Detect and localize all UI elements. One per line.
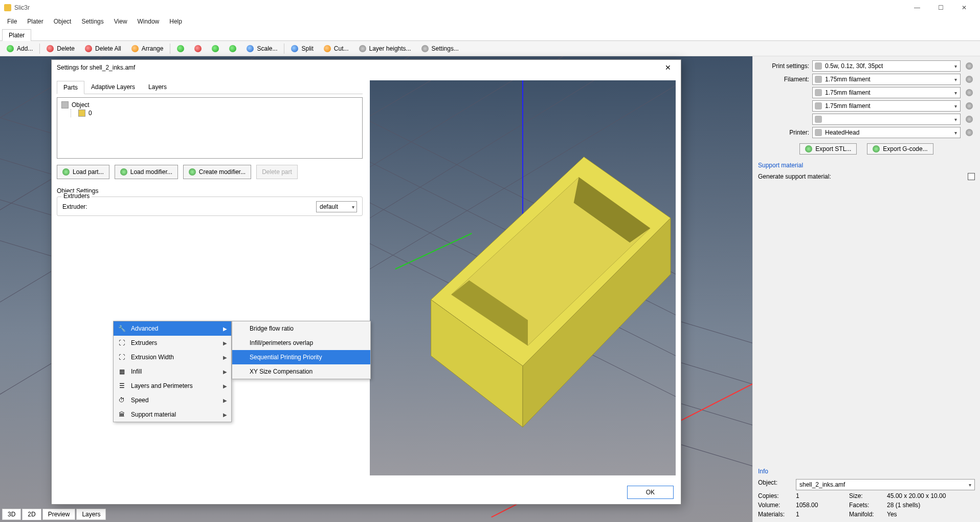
cube-icon	[61, 101, 69, 108]
parts-tree[interactable]: Object 0	[57, 97, 363, 159]
delete-part-button: Delete part	[256, 165, 298, 179]
ctx-layers-perimeters[interactable]: ☰Layers and Perimeters▶	[114, 379, 231, 393]
extruder-label: Extruder:	[62, 203, 311, 210]
ctx-infill-perimeters-overlap[interactable]: Infill/perimeters overlap	[232, 336, 370, 350]
tab-adaptive-layers[interactable]: Adaptive Layers	[84, 80, 142, 94]
menu-plater[interactable]: Plater	[22, 16, 48, 27]
filament-gear-1[interactable]	[964, 74, 975, 85]
menu-object[interactable]: Object	[49, 16, 77, 27]
manifold-value: Yes	[887, 511, 975, 518]
cut-button[interactable]: Cut...	[319, 43, 353, 54]
plus-icon	[189, 168, 196, 176]
settings-button[interactable]: Settings...	[417, 43, 463, 54]
create-modifier-button[interactable]: Create modifier...	[183, 165, 251, 179]
filament-gear-2[interactable]	[964, 87, 975, 98]
window-titlebar: Slic3r — ☐ ✕	[0, 0, 980, 15]
tab-plater[interactable]: Plater	[2, 29, 31, 41]
right-panel: Print settings: 0.5w, 0.1z, 30f, 35pct F…	[752, 56, 980, 522]
view-tab-3d[interactable]: 3D	[2, 509, 21, 520]
load-part-button[interactable]: Load part...	[57, 165, 109, 179]
zoom-in-button[interactable]	[172, 43, 189, 54]
separator	[170, 44, 170, 54]
close-button[interactable]: ✕	[952, 0, 976, 15]
facets-label: Facets:	[849, 502, 885, 509]
menu-file[interactable]: File	[2, 16, 22, 27]
view-tab-layers[interactable]: Layers	[76, 509, 106, 520]
minimize-button[interactable]: —	[905, 0, 929, 15]
load-modifier-button[interactable]: Load modifier...	[115, 165, 178, 179]
ctx-extrusion-width[interactable]: ⛶Extrusion Width▶	[114, 350, 231, 364]
printer-select[interactable]: HeatedHead	[812, 127, 961, 138]
layer-heights-button[interactable]: Layer heights...	[354, 43, 416, 54]
filament-gear-3[interactable]	[964, 100, 975, 112]
export-stl-button[interactable]: Export STL...	[799, 143, 857, 155]
rotate-cw-button[interactable]	[225, 43, 241, 54]
add-button[interactable]: Add...	[2, 43, 37, 54]
menu-settings[interactable]: Settings	[76, 16, 108, 27]
print-settings-gear[interactable]	[964, 60, 975, 72]
tab-layers[interactable]: Layers	[142, 80, 173, 94]
materials-value: 1	[796, 511, 847, 518]
volume-label: Volume:	[758, 502, 794, 509]
funnel-icon: ⛶	[118, 353, 126, 361]
filament-select-4[interactable]	[812, 114, 961, 125]
cube-icon	[78, 110, 85, 117]
zoom-out-icon	[194, 45, 202, 52]
tree-root[interactable]: Object	[61, 101, 358, 109]
print-settings-select[interactable]: 0.5w, 0.1z, 30f, 35pct	[812, 60, 961, 72]
view-tab-preview[interactable]: Preview	[42, 509, 76, 520]
rotate-ccw-button[interactable]	[207, 43, 224, 54]
ctx-advanced[interactable]: 🔧Advanced▶	[114, 321, 231, 336]
materials-label: Materials:	[758, 511, 794, 518]
filament-gear-4[interactable]	[964, 114, 975, 125]
dialog-close-button[interactable]: ✕	[660, 60, 676, 75]
toolbar: Add... Delete Delete All Arrange Scale..…	[0, 41, 980, 56]
view-tab-2d[interactable]: 2D	[22, 509, 41, 520]
split-button[interactable]: Split	[286, 43, 318, 54]
tab-parts[interactable]: Parts	[57, 81, 84, 94]
rotate-cw-icon	[229, 45, 236, 52]
ctx-bridge-flow-ratio[interactable]: Bridge flow ratio	[232, 321, 370, 336]
ctx-infill[interactable]: ▦Infill▶	[114, 364, 231, 379]
menu-window[interactable]: Window	[132, 16, 165, 27]
ctx-speed[interactable]: ⏱Speed▶	[114, 393, 231, 407]
dialog-3d-preview[interactable]	[370, 80, 676, 475]
printer-gear[interactable]	[964, 127, 975, 138]
filament-select-3[interactable]: 1.75mm filament	[812, 100, 961, 112]
cut-icon	[324, 45, 331, 52]
arrange-button[interactable]: Arrange	[127, 43, 168, 54]
filament-label: Filament:	[758, 76, 809, 83]
object-select[interactable]: shell_2_inks.amf	[796, 479, 975, 490]
rotate-ccw-icon	[212, 45, 219, 52]
filament-select-2[interactable]: 1.75mm filament	[812, 87, 961, 98]
menu-help[interactable]: Help	[164, 16, 187, 27]
ok-button[interactable]: OK	[627, 486, 674, 499]
scale-button[interactable]: Scale...	[242, 43, 282, 54]
extruder-select[interactable]: default	[316, 201, 357, 212]
zoom-out-button[interactable]	[190, 43, 206, 54]
spool-icon	[815, 89, 822, 96]
ctx-xy-size-compensation[interactable]: XY Size Compensation	[232, 364, 370, 379]
zoom-in-icon	[177, 45, 184, 52]
maximize-button[interactable]: ☐	[929, 0, 952, 15]
spool-icon	[815, 102, 822, 110]
tree-child[interactable]: 0	[78, 109, 358, 117]
view-tabs: 3D 2D Preview Layers	[2, 509, 106, 520]
menu-view[interactable]: View	[109, 16, 132, 27]
delete-all-button[interactable]: Delete All	[80, 43, 126, 54]
ctx-support-material[interactable]: 🏛Support material▶	[114, 407, 231, 422]
dialog-titlebar: Settings for shell_2_inks.amf ✕	[52, 60, 681, 75]
spool-icon	[815, 76, 822, 83]
ctx-sequential-printing-priority[interactable]: Sequential Printing Priority	[232, 350, 370, 364]
delete-button[interactable]: Delete	[42, 43, 79, 54]
export-gcode-button[interactable]: Export G-code...	[867, 143, 933, 155]
chevron-right-icon: ▶	[223, 412, 227, 418]
ctx-extruders[interactable]: ⛶Extruders▶	[114, 336, 231, 350]
filament-select-1[interactable]: 1.75mm filament	[812, 74, 961, 85]
manifold-label: Manifold:	[849, 511, 885, 518]
chevron-right-icon: ▶	[223, 326, 227, 332]
gear-icon	[966, 62, 973, 70]
object-settings-dialog: Settings for shell_2_inks.amf ✕ Parts Ad…	[51, 59, 681, 505]
infill-icon: ▦	[118, 367, 126, 376]
generate-support-checkbox[interactable]	[968, 173, 975, 180]
